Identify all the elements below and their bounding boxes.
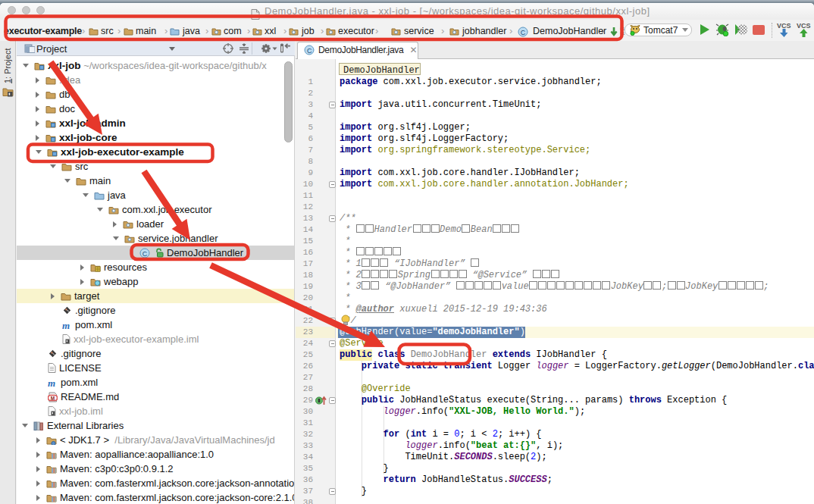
svg-text:C: C: [142, 249, 148, 257]
svg-text:C: C: [307, 46, 312, 54]
svg-text:C: C: [521, 29, 526, 36]
svg-text:M: M: [51, 395, 55, 400]
svg-text:m: m: [48, 378, 55, 387]
svg-text:m: m: [62, 321, 70, 330]
